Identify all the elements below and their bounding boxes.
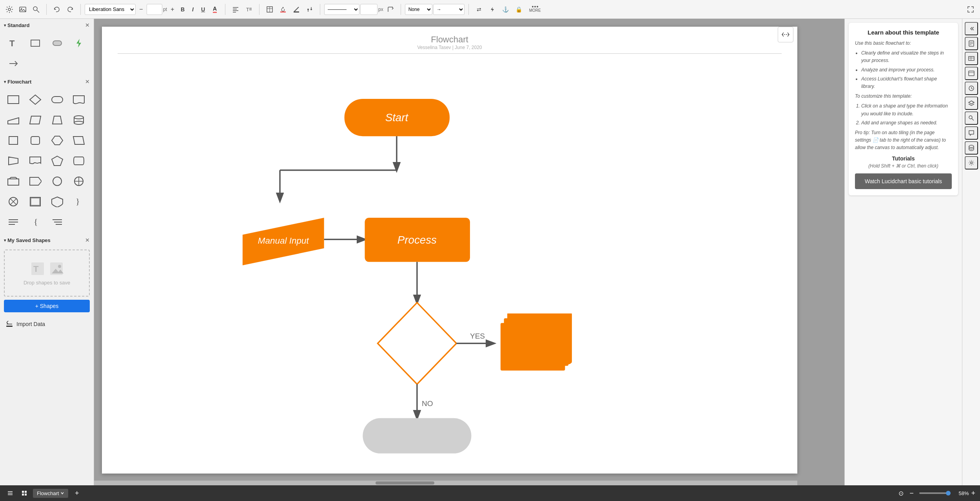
line-color-btn[interactable] [290,3,303,16]
fc-shape-trapezoid[interactable] [48,111,67,129]
shapes-gear-btn[interactable] [3,3,16,16]
fc-shape-brace-left[interactable]: } [69,192,88,211]
fc-shape-hexagon[interactable] [48,131,67,150]
canvas-paper[interactable]: Flowchart Vesselina Tasev | June 7, 2020… [102,27,797,474]
rs-chat-btn[interactable] [965,126,978,140]
lock-btn[interactable]: 🔒 [513,3,525,16]
font-size-increase-btn[interactable]: + [168,3,177,16]
font-family-select[interactable]: Liberation Sans [85,4,136,15]
fc-shape-manual-input[interactable] [4,111,23,129]
fc-shape-brace-right[interactable]: { [26,213,45,231]
zoom-out-btn[interactable]: − [906,488,917,499]
fc-shape-tape[interactable] [26,151,45,170]
rs-clock-btn[interactable] [965,82,978,95]
fc-shape-indent[interactable] [48,213,67,231]
shape-rectangle[interactable] [26,34,45,53]
underline-btn[interactable]: U [198,4,208,15]
lightning-btn[interactable] [486,3,499,16]
fc-shape-lines[interactable] [4,213,23,231]
end-shape[interactable] [363,418,471,454]
fc-shape-display[interactable] [26,172,45,191]
rs-settings-btn[interactable] [965,156,978,169]
my-saved-shapes-header[interactable]: ▾ My Saved Shapes ✕ [0,234,94,246]
corner-style-btn[interactable] [384,3,397,16]
line-style-select[interactable]: ———— [324,4,359,15]
zoom-slider[interactable] [919,492,951,494]
fc-shape-shield[interactable] [48,192,67,211]
font-color-btn[interactable]: A [209,3,221,16]
import-data-btn[interactable]: Import Data [4,317,90,331]
swap-btn[interactable]: ⇄ [473,3,485,16]
more-options-btn[interactable]: MORE [527,5,543,13]
svg-rect-79 [969,71,974,76]
rs-collapse-btn[interactable] [965,22,978,35]
rs-table-btn[interactable] [965,52,978,65]
fc-shape-circle[interactable] [48,172,67,191]
format-btn[interactable] [303,3,316,16]
add-shapes-btn[interactable]: + Shapes [4,300,90,312]
anchor-btn[interactable]: ⚓ [499,3,512,16]
fc-shape-cylinder[interactable] [69,111,88,129]
saved-shapes-close-btn[interactable]: ✕ [85,237,90,243]
flip-horizontal-btn[interactable] [778,27,793,42]
bold-btn[interactable]: B [178,4,187,15]
fc-shape-manual-loop[interactable] [4,172,23,191]
fc-shape-rounded-square[interactable] [26,131,45,150]
shape-action[interactable] [69,34,88,53]
fill-btn[interactable] [277,3,289,16]
flowchart-header[interactable]: ▾ Flowchart ✕ [0,75,94,88]
standard-header[interactable]: ▾ Standard ✕ [0,19,94,31]
fc-shape-square[interactable] [4,131,23,150]
shape-arrow[interactable] [4,54,23,73]
image-btn[interactable] [16,3,29,16]
canvas-scrollbar[interactable] [94,481,797,485]
canvas-title: Flowchart [102,35,797,45]
shape-text[interactable]: T [4,34,23,53]
grid-view-btn[interactable] [19,488,30,499]
svg-rect-94 [22,494,24,496]
rs-database-btn[interactable] [965,141,978,155]
zoom-in-btn[interactable]: + [971,489,975,497]
fc-shape-stored-data[interactable] [69,151,88,170]
end-arrow-select[interactable]: → [433,4,465,15]
rs-search-btn[interactable] [965,111,978,125]
canvas-scrollbar-thumb[interactable] [376,481,434,485]
table-insert-btn[interactable] [263,3,276,16]
list-view-btn[interactable] [5,488,16,499]
fc-shape-card[interactable] [26,192,45,211]
font-size-decrease-btn[interactable]: − [136,3,146,16]
font-size-input[interactable]: 8 [147,4,162,15]
misc-btns: ⇄ ⚓ 🔒 [473,3,525,16]
fc-shape-summing[interactable] [69,172,88,191]
flowchart-close-btn[interactable]: ✕ [85,78,90,85]
standard-close-btn[interactable]: ✕ [85,22,90,28]
fullscreen-btn[interactable] [964,3,977,16]
rs-video-btn[interactable] [965,67,978,80]
align-btn[interactable] [229,3,242,16]
fc-shape-decision[interactable] [26,90,45,109]
fc-shape-parallelogram[interactable] [26,111,45,129]
fc-shape-wedge[interactable] [4,151,23,170]
watch-tutorials-btn[interactable]: Watch Lucidchart basic tutorials [855,173,952,189]
line-width-input[interactable]: 1 [360,4,377,15]
page-label[interactable]: Flowchart [33,489,68,498]
add-page-btn[interactable]: + [71,488,82,499]
fc-shape-pentagon[interactable] [48,151,67,170]
italic-btn[interactable]: I [188,4,198,15]
text-options-btn[interactable]: T [243,3,255,16]
fc-shape-process[interactable] [4,90,23,109]
saved-shapes-drop-zone[interactable]: T Drop shapes to save [4,250,90,297]
redo-btn[interactable] [64,3,76,16]
rs-layers-btn[interactable] [965,97,978,110]
undo-btn[interactable] [51,3,63,16]
shape-rounded[interactable] [48,34,67,53]
decision-shape[interactable] [377,302,456,384]
rs-page-btn[interactable] [965,37,978,50]
canvas-area[interactable]: Flowchart Vesselina Tasev | June 7, 2020… [94,19,844,485]
fc-shape-collate[interactable] [4,192,23,211]
search-btn[interactable] [30,3,42,16]
fc-shape-document[interactable] [69,90,88,109]
fc-shape-terminal[interactable] [48,90,67,109]
start-arrow-select[interactable]: None [405,4,432,15]
fc-shape-para-left[interactable] [69,131,88,150]
